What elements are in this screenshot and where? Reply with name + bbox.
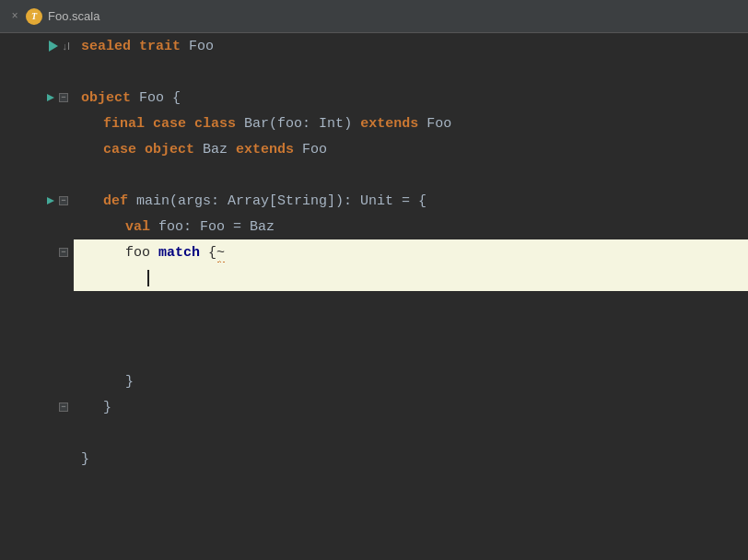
keyword-extends2: extends — [236, 142, 302, 158]
code-line-15: } — [74, 394, 748, 420]
editor-area: ↓I − − — [0, 33, 748, 560]
classname-baz: Baz — [203, 142, 236, 158]
gutter-row — [0, 214, 74, 239]
text-cursor — [147, 270, 149, 286]
code-line-11 — [74, 291, 748, 317]
run-button[interactable] — [47, 40, 60, 52]
fold-button-close[interactable]: − — [59, 402, 68, 412]
code-line-1: sealed trait Foo — [74, 33, 748, 59]
code-line-13 — [74, 343, 748, 368]
tab-close-icon[interactable]: × — [7, 9, 22, 24]
classname-foo-extends2: Foo — [302, 142, 327, 158]
code-line-5: case object Baz extends Foo — [74, 136, 748, 162]
keyword-sealed: sealed — [81, 39, 139, 54]
id-foo-match: foo — [125, 245, 158, 261]
fold-button-obj[interactable]: − — [59, 93, 68, 102]
type-foo: Foo — [200, 219, 225, 235]
keyword-case: case — [153, 116, 194, 132]
keyword-val: val — [125, 219, 158, 235]
fold-button-main[interactable]: − — [59, 196, 68, 205]
type-int: Int — [319, 116, 344, 132]
classname-bar: Bar — [244, 116, 269, 132]
gutter-row — [0, 446, 74, 472]
code-line-16 — [74, 420, 748, 446]
code-line-14: } — [74, 368, 748, 394]
code-line-4: final case class Bar(foo: Int) extends F… — [74, 111, 748, 136]
code-area[interactable]: sealed trait Foo object Foo { final case… — [74, 33, 748, 560]
args-sig: (args: Array[ — [169, 193, 277, 209]
classname-foo-object: Foo — [139, 90, 172, 106]
keyword-object: object — [81, 90, 139, 106]
equals2: = — [225, 219, 250, 235]
type-string: String — [277, 193, 327, 209]
code-line-10[interactable] — [74, 265, 748, 291]
gutter-row — [0, 136, 74, 162]
keyword-class: class — [194, 116, 244, 132]
tab-filename: Foo.scala — [48, 9, 99, 23]
gutter-row — [0, 291, 74, 317]
gutter-row — [0, 343, 74, 368]
code-line-8: val foo: Foo = Baz — [74, 214, 748, 239]
svg-marker-3 — [47, 197, 54, 204]
fold-button-match[interactable]: − — [59, 248, 68, 257]
code-line-17: } — [74, 446, 748, 472]
param-foo: foo — [277, 116, 302, 132]
close-brace-inner: } — [125, 374, 134, 390]
gutter-row — [0, 111, 74, 136]
run-button-main[interactable] — [44, 194, 57, 207]
gutter-row — [0, 265, 74, 291]
code-line-12 — [74, 317, 748, 343]
code-line-6 — [74, 162, 748, 188]
code-line-3: object Foo { — [74, 85, 748, 111]
tab-file-icon: T — [26, 8, 42, 25]
wavy-underline: ~ — [216, 245, 225, 261]
args-sig2: ]): — [327, 193, 360, 209]
gutter-row — [0, 59, 74, 85]
gutter-row — [0, 317, 74, 343]
code-line-2 — [74, 59, 748, 85]
keyword-def: def — [103, 193, 136, 209]
keyword-object2: object — [145, 142, 203, 158]
classname-foo-trait: Foo — [189, 39, 214, 54]
paren-close: ) — [344, 116, 360, 132]
run-button-obj[interactable] — [44, 91, 57, 104]
gutter-annotation: ↓I — [62, 41, 70, 52]
svg-marker-2 — [47, 94, 54, 101]
keyword-trait: trait — [139, 39, 189, 54]
gutter-row — [0, 420, 74, 446]
gutter: ↓I − − — [0, 33, 74, 560]
match-brace: { — [200, 245, 216, 261]
close-brace-object: } — [81, 451, 89, 467]
gutter-row: − — [0, 85, 74, 111]
gutter-row: − — [0, 188, 74, 214]
keyword-final: final — [103, 116, 153, 132]
keyword-match: match — [158, 245, 200, 261]
gutter-row: ↓I — [0, 33, 74, 59]
brace-open: { — [172, 90, 181, 106]
type-unit: Unit — [360, 193, 393, 209]
equals: = { — [393, 193, 427, 209]
colon2: : — [183, 219, 200, 235]
method-main: main — [136, 193, 169, 209]
keyword-case2: case — [103, 142, 145, 158]
code-line-9: foo match {~ — [74, 239, 748, 265]
classname-foo-extends: Foo — [427, 116, 451, 132]
id-baz: Baz — [250, 219, 275, 235]
tab-bar: × T Foo.scala — [0, 0, 748, 33]
id-foo: foo — [158, 219, 183, 235]
paren-open: ( — [269, 116, 277, 132]
keyword-extends: extends — [360, 116, 427, 132]
gutter-row — [0, 162, 74, 188]
gutter-row: − — [0, 394, 74, 420]
close-brace-def: } — [103, 400, 111, 415]
gutter-row: − — [0, 239, 74, 265]
code-line-7: def main(args: Array[String]): Unit = { — [74, 188, 748, 214]
colon: : — [302, 116, 319, 132]
gutter-row — [0, 368, 74, 394]
